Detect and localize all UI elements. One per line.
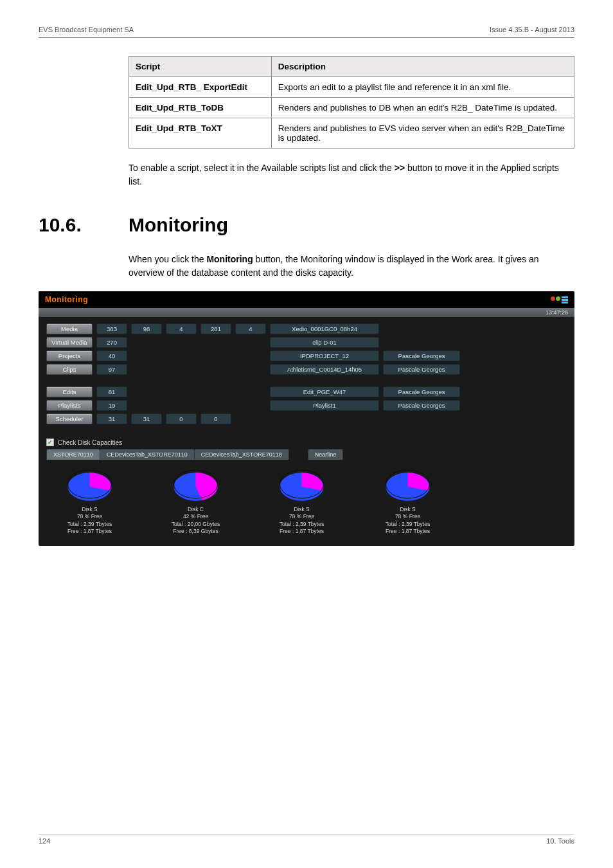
name-box: Playlist1: [270, 400, 379, 411]
header-right: Issue 4.35.B - August 2013: [490, 26, 574, 33]
value-box: 81: [96, 386, 127, 397]
value-box: 40: [96, 350, 127, 361]
cell-desc: Renders and publishes to DB when an edit…: [271, 98, 574, 118]
disk-title: Disk S: [258, 506, 345, 513]
check-disk-capacities-label: Check Disk Capacities: [58, 439, 122, 446]
value-box: 19: [96, 400, 127, 411]
page-number: 124: [39, 837, 50, 845]
edits-button[interactable]: Edits: [46, 386, 93, 397]
monitoring-title: Monitoring: [45, 295, 88, 304]
bold-text: Monitoring: [206, 254, 253, 264]
value-box: 270: [96, 337, 127, 348]
disk-title: Disk C: [152, 506, 239, 513]
check-disk-capacities-checkbox[interactable]: ✓: [46, 439, 54, 446]
scripts-table: Script Description Edit_Upd_RTB_ ExportE…: [129, 56, 574, 149]
disk-total: Total : 2,39 Tbytes: [364, 521, 451, 528]
cell-script: Edit_Upd_RTB_ToXT: [129, 118, 272, 149]
table-row: Edit_Upd_RTB_ToDB Renders and publishes …: [129, 98, 574, 118]
monitoring-paragraph: When you click the Monitoring button, th…: [129, 253, 574, 280]
monitoring-window: Monitoring 13:47:28 Media 383 98 4 281 4…: [39, 291, 574, 546]
value-box: 31: [96, 413, 127, 424]
disk-total: Total : 2,39 Tbytes: [46, 521, 133, 528]
section-title: Monitoring: [129, 214, 228, 236]
name-box: Athletisme_C0014D_14h05: [270, 364, 379, 375]
disk-free: Free : 1,87 Tbytes: [364, 528, 451, 535]
scheduler-button[interactable]: Scheduler: [46, 413, 93, 424]
header-left: EVS Broadcast Equipment SA: [39, 26, 134, 33]
row-edits: Edits 81 Edit_PGE_W47 Pascale Georges: [46, 386, 567, 397]
disk-tabs: XSTORE70110 CEDevicesTab_XSTORE70110 CED…: [46, 449, 567, 460]
value-box: 281: [200, 323, 231, 334]
disk-pie-icon: [258, 465, 345, 503]
bold-text: >>: [395, 163, 405, 173]
name-box: clip D-01: [270, 337, 379, 348]
disk-free: Free : 8,39 Gbytes: [152, 528, 239, 535]
enable-script-paragraph: To enable a script, select it in the Ava…: [129, 161, 574, 188]
app-icon: [551, 296, 568, 303]
disk-card: Disk C 42 % Free Total : 20,00 Gbytes Fr…: [152, 465, 239, 536]
row-scheduler: Scheduler 31 31 0 0: [46, 413, 567, 424]
projects-button[interactable]: Projects: [46, 350, 93, 361]
row-virtual-media: Virtual Media 270 clip D-01: [46, 337, 567, 348]
disk-free-pct: 78 % Free: [258, 513, 345, 520]
tab-nearline[interactable]: Nearline: [308, 449, 344, 460]
page-header: EVS Broadcast Equipment SA Issue 4.35.B …: [39, 26, 574, 38]
name-box: Edit_PGE_W47: [270, 386, 379, 397]
row-playlists: Playlists 19 Playlist1 Pascale Georges: [46, 400, 567, 411]
disk-total: Total : 20,00 Gbytes: [152, 521, 239, 528]
clips-button[interactable]: Clips: [46, 364, 93, 375]
disk-free-pct: 78 % Free: [364, 513, 451, 520]
disk-free: Free : 1,87 Tbytes: [46, 528, 133, 535]
footer-section: 10. Tools: [546, 837, 574, 845]
table-row: Edit_Upd_RTB_ToXT Renders and publishes …: [129, 118, 574, 149]
disk-text: Disk S 78 % Free Total : 2,39 Tbytes Fre…: [258, 506, 345, 536]
section-heading: 10.6. Monitoring: [39, 214, 574, 236]
user-box: Pascale Georges: [383, 386, 460, 397]
monitoring-titlebar: Monitoring: [39, 291, 574, 308]
clock-label: 13:47:28: [546, 308, 568, 317]
disk-card: Disk S 78 % Free Total : 2,39 Tbytes Fre…: [364, 465, 451, 536]
disk-card: Disk S 78 % Free Total : 2,39 Tbytes Fre…: [258, 465, 345, 536]
tab-cedevices-70110[interactable]: CEDevicesTab_XSTORE70110: [100, 449, 195, 460]
table-row: Edit_Upd_RTB_ ExportEdit Exports an edit…: [129, 77, 574, 98]
virtual-media-button[interactable]: Virtual Media: [46, 337, 93, 348]
check-disk-capacities-row: ✓ Check Disk Capacities: [46, 439, 567, 446]
cell-desc: Exports an edit to a playlist file and r…: [271, 77, 574, 98]
cell-desc: Renders and publishes to EVS video serve…: [271, 118, 574, 149]
disk-text: Disk S 78 % Free Total : 2,39 Tbytes Fre…: [46, 506, 133, 536]
disk-title: Disk S: [364, 506, 451, 513]
user-box: Pascale Georges: [383, 364, 460, 375]
value-box: 97: [96, 364, 127, 375]
tab-cedevices-70118[interactable]: CEDevicesTab_XSTORE70118: [194, 449, 289, 460]
disk-free: Free : 1,87 Tbytes: [258, 528, 345, 535]
page-footer: 124 10. Tools: [39, 834, 574, 845]
cell-script: Edit_Upd_RTB_ ExportEdit: [129, 77, 272, 98]
cell-script: Edit_Upd_RTB_ToDB: [129, 98, 272, 118]
playlists-button[interactable]: Playlists: [46, 400, 93, 411]
disk-title: Disk S: [46, 506, 133, 513]
disk-card: Disk S 78 % Free Total : 2,39 Tbytes Fre…: [46, 465, 133, 536]
disk-pie-icon: [46, 465, 133, 503]
value-box: 0: [166, 413, 197, 424]
section-number: 10.6.: [39, 214, 129, 236]
user-box: Pascale Georges: [383, 400, 460, 411]
name-box: IPDPROJECT_12: [270, 350, 379, 361]
value-box: 383: [96, 323, 127, 334]
value-box: 31: [131, 413, 162, 424]
row-projects: Projects 40 IPDPROJECT_12 Pascale George…: [46, 350, 567, 361]
disk-pie-icon: [152, 465, 239, 503]
name-box: Xedio_0001GC0_08h24: [270, 323, 379, 334]
disk-pie-icon: [364, 465, 451, 503]
disk-row: Disk S 78 % Free Total : 2,39 Tbytes Fre…: [46, 461, 567, 536]
value-box: 4: [235, 323, 266, 334]
row-clips: Clips 97 Athletisme_C0014D_14h05 Pascale…: [46, 364, 567, 375]
disk-text: Disk S 78 % Free Total : 2,39 Tbytes Fre…: [364, 506, 451, 536]
th-description: Description: [271, 57, 574, 77]
row-media: Media 383 98 4 281 4 Xedio_0001GC0_08h24: [46, 323, 567, 334]
disk-free-pct: 42 % Free: [152, 513, 239, 520]
value-box: 0: [200, 413, 231, 424]
tab-xstore70110[interactable]: XSTORE70110: [46, 449, 100, 460]
media-button[interactable]: Media: [46, 323, 93, 334]
value-box: 4: [166, 323, 197, 334]
disk-free-pct: 78 % Free: [46, 513, 133, 520]
